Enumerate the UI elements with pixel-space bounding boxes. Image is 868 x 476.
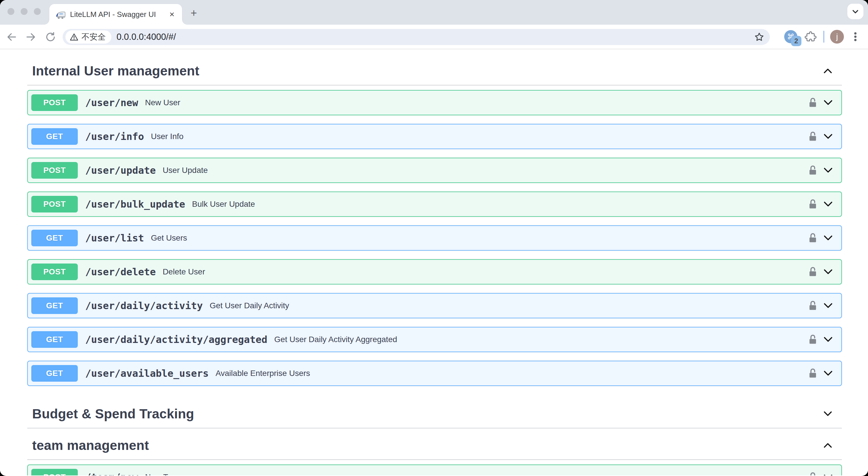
tab-strip: LiteLLM API - Swagger UI × + (0, 0, 868, 25)
section-chevron-icon (823, 65, 833, 76)
endpoint-path: /user/bulk_update (85, 198, 185, 210)
expand-chevron-down-icon (823, 368, 834, 379)
security-label: 不安全 (82, 32, 105, 42)
method-badge: POST (31, 196, 78, 212)
section-header[interactable]: Budget & Spend Tracking (27, 403, 842, 429)
tab-search-button[interactable] (847, 4, 863, 19)
auth-lock-icon[interactable] (807, 334, 818, 345)
endpoint-summary: Available Enterprise Users (216, 369, 807, 378)
expand-chevron-down-icon (823, 232, 834, 244)
auth-lock-icon[interactable] (807, 471, 818, 475)
endpoint-row[interactable]: POST /user/delete Delete User (27, 259, 842, 284)
expand-chevron-down-icon (823, 300, 834, 311)
endpoint-path: /user/delete (85, 266, 156, 278)
shortcut-extension-icon[interactable]: ⌘ 2 (784, 30, 799, 44)
method-badge: GET (31, 365, 78, 382)
browser-toolbar: 不安全 0.0.0.0:4000/#/ ⌘ 2 j (0, 25, 868, 49)
endpoint-row[interactable]: POST /user/update User Update (27, 158, 842, 183)
section-title: team management (32, 438, 149, 453)
endpoint-path: /user/info (85, 131, 144, 142)
api-tag-section: team management POST /team/new New Team (27, 434, 842, 475)
method-badge: POST (31, 264, 78, 280)
url-text: 0.0.0.0:4000/#/ (117, 32, 754, 42)
endpoint-row[interactable]: POST /team/new New Team (27, 465, 842, 475)
auth-lock-icon[interactable] (807, 97, 818, 108)
section-chevron-icon (823, 440, 833, 451)
auth-lock-icon[interactable] (807, 266, 818, 278)
extensions-puzzle-icon[interactable] (804, 30, 817, 43)
endpoint-summary: Get User Daily Activity (210, 301, 807, 310)
endpoint-row[interactable]: GET /user/list Get Users (27, 226, 842, 250)
endpoint-row[interactable]: POST /user/bulk_update Bulk User Update (27, 192, 842, 217)
section-title: Internal User management (32, 63, 199, 78)
section-chevron-icon (823, 408, 833, 419)
auth-lock-icon[interactable] (807, 300, 818, 311)
auth-lock-icon[interactable] (807, 131, 818, 142)
browser-menu-kebab-icon[interactable] (849, 30, 861, 43)
expand-chevron-down-icon (823, 198, 834, 210)
method-badge: GET (31, 230, 78, 246)
api-sections: Internal User management POST /user/new … (27, 49, 842, 475)
expand-chevron-down-icon (823, 334, 834, 345)
section-header[interactable]: team management (27, 434, 842, 460)
endpoint-list: POST /team/new New Team (27, 465, 842, 475)
method-badge: POST (31, 162, 78, 179)
back-button[interactable] (5, 31, 18, 43)
endpoint-path: /user/daily/activity/aggregated (85, 334, 268, 345)
auth-lock-icon[interactable] (807, 368, 818, 379)
endpoint-row[interactable]: GET /user/available_users Available Ente… (27, 361, 842, 386)
method-badge: GET (31, 331, 78, 348)
close-window-button[interactable] (7, 8, 14, 15)
section-title: Budget & Spend Tracking (32, 406, 194, 421)
api-tag-section: Budget & Spend Tracking (27, 403, 842, 429)
auth-lock-icon[interactable] (807, 232, 818, 244)
profile-avatar[interactable]: j (830, 30, 844, 43)
arrow-right-icon (25, 31, 37, 43)
reload-button[interactable] (44, 31, 57, 43)
browser-window: LiteLLM API - Swagger UI × + (0, 0, 868, 476)
profile-divider (823, 31, 825, 43)
warning-triangle-icon (69, 32, 79, 42)
endpoint-summary: Get Users (151, 233, 807, 243)
zoom-window-button[interactable] (34, 8, 41, 15)
arrow-left-icon (5, 31, 18, 43)
new-tab-button[interactable]: + (187, 6, 200, 20)
endpoint-summary: User Update (163, 166, 807, 175)
browser-tab[interactable]: LiteLLM API - Swagger UI × (50, 4, 182, 25)
endpoint-summary: Delete User (163, 267, 807, 276)
minimize-window-button[interactable] (21, 8, 28, 15)
endpoint-list: POST /user/new New User GET /user/info U… (27, 90, 842, 386)
reload-icon (44, 31, 57, 43)
method-badge: POST (31, 469, 78, 475)
endpoint-path: /user/daily/activity (85, 300, 203, 311)
method-badge: POST (31, 94, 78, 111)
endpoint-path: /user/update (85, 165, 156, 176)
endpoint-summary: New User (145, 98, 807, 107)
section-header[interactable]: Internal User management (27, 60, 842, 86)
endpoint-path: /user/new (85, 97, 138, 108)
method-badge: GET (31, 128, 78, 145)
endpoint-path: /user/list (85, 232, 144, 244)
forward-button[interactable] (25, 31, 37, 43)
endpoint-row[interactable]: GET /user/info User Info (27, 124, 842, 149)
bookmark-star-icon[interactable] (754, 31, 765, 43)
endpoint-row[interactable]: GET /user/daily/activity Get User Daily … (27, 293, 842, 318)
bullet-train-favicon-icon (56, 9, 65, 19)
extension-badge: 2 (791, 36, 801, 46)
endpoint-row[interactable]: POST /user/new New User (27, 90, 842, 115)
site-security-chip[interactable]: 不安全 (65, 30, 112, 43)
expand-chevron-down-icon (823, 471, 834, 475)
expand-chevron-down-icon (823, 131, 834, 142)
expand-chevron-down-icon (823, 97, 834, 108)
close-tab-icon[interactable]: × (167, 9, 177, 19)
endpoint-summary: User Info (151, 132, 807, 141)
endpoint-path: /team/new (85, 471, 138, 475)
api-tag-section: Internal User management POST /user/new … (27, 60, 842, 386)
tab-title: LiteLLM API - Swagger UI (70, 10, 167, 19)
endpoint-summary: Get User Daily Activity Aggregated (274, 335, 807, 344)
address-bar[interactable]: 不安全 0.0.0.0:4000/#/ (63, 29, 770, 45)
endpoint-row[interactable]: GET /user/daily/activity/aggregated Get … (27, 327, 842, 352)
endpoint-summary: New Team (145, 473, 807, 475)
auth-lock-icon[interactable] (807, 198, 818, 210)
auth-lock-icon[interactable] (807, 165, 818, 176)
